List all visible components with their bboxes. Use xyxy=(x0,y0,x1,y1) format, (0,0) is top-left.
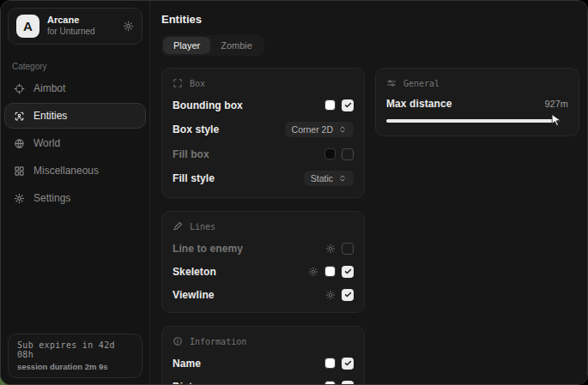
setting-label: Name xyxy=(173,358,201,370)
sub-expires-text: Sub expires in 42d 08h xyxy=(17,340,133,359)
setting-label: Viewline xyxy=(173,289,215,301)
box-corners-icon xyxy=(173,78,183,88)
page-title: Entities xyxy=(161,13,579,26)
setting-row-skeleton: Skeleton xyxy=(173,265,354,278)
box-style-dropdown[interactable]: Corner 2D xyxy=(285,122,354,137)
color-swatch[interactable] xyxy=(324,358,336,369)
setting-row-line-to-enemy: Line to enemy xyxy=(173,242,354,255)
entity-tabs: Player Zombie xyxy=(161,35,264,56)
lines-section: Lines Line to enemy Skeleton xyxy=(161,211,365,313)
information-section: Information Name Distance xyxy=(161,326,365,385)
sidebar: A Arcane for Unturned Category Aimbot xyxy=(1,1,150,384)
slider-fill[interactable] xyxy=(386,119,554,123)
tab-zombie[interactable]: Zombie xyxy=(210,37,263,54)
bounding-box-checkbox[interactable] xyxy=(342,99,354,111)
sidebar-item-label: Settings xyxy=(33,192,70,204)
mouse-cursor xyxy=(551,114,561,126)
app-logo: A xyxy=(16,15,39,38)
tab-player[interactable]: Player xyxy=(163,37,210,54)
fill-box-checkbox[interactable] xyxy=(342,148,354,160)
app-name: Arcane xyxy=(47,15,115,27)
setting-row-bounding-box: Bounding box xyxy=(173,99,354,111)
sidebar-item-label: Entities xyxy=(33,110,67,122)
category-label: Category xyxy=(12,62,149,71)
brand-card: A Arcane for Unturned xyxy=(8,8,142,45)
setting-label: Fill box xyxy=(173,148,209,160)
viewline-checkbox[interactable] xyxy=(342,289,354,301)
sidebar-item-label: World xyxy=(33,137,60,149)
setting-row-name: Name xyxy=(173,357,354,370)
setting-label: Line to enemy xyxy=(173,243,243,255)
pencil-line-icon xyxy=(173,221,183,232)
max-distance-slider[interactable] xyxy=(386,117,568,124)
chevron-up-down-icon xyxy=(338,174,347,183)
setting-label: Box style xyxy=(173,123,219,135)
setting-label: Distance xyxy=(173,381,216,385)
color-swatch[interactable] xyxy=(324,148,336,159)
dropdown-value: Corner 2D xyxy=(292,124,333,135)
app-subtitle: for Unturned xyxy=(47,27,115,38)
setting-row-fill-style: Fill style Static xyxy=(173,171,354,186)
sidebar-item-world[interactable]: World xyxy=(4,130,146,156)
info-icon xyxy=(173,336,183,346)
color-swatch[interactable] xyxy=(324,381,336,385)
setting-row-viewline: Viewline xyxy=(173,288,354,301)
section-title: Information xyxy=(190,337,246,346)
sidebar-item-settings[interactable]: Settings xyxy=(4,185,146,211)
color-swatch[interactable] xyxy=(324,266,336,277)
sidebar-nav: Aimbot Entities World Miscellaneous xyxy=(1,75,149,212)
sidebar-item-label: Miscellaneous xyxy=(33,165,99,177)
line-to-enemy-checkbox[interactable] xyxy=(342,243,354,255)
box-section: Box Bounding box Box style xyxy=(161,68,365,198)
color-swatch[interactable] xyxy=(324,99,336,111)
skeleton-gear-icon[interactable] xyxy=(308,267,318,277)
gear-icon xyxy=(14,193,25,204)
section-title: General xyxy=(403,79,439,88)
viewline-gear-icon[interactable] xyxy=(325,290,336,300)
grid-icon xyxy=(14,165,25,177)
crosshair-icon xyxy=(14,83,25,94)
name-checkbox[interactable] xyxy=(342,358,354,370)
setting-label: Fill style xyxy=(173,172,215,184)
settings-gear-icon[interactable] xyxy=(123,21,134,32)
setting-label: Bounding box xyxy=(173,99,243,111)
line-to-enemy-gear-icon[interactable] xyxy=(325,244,336,254)
distance-checkbox[interactable] xyxy=(342,381,354,385)
section-title: Box xyxy=(190,79,205,88)
fill-style-dropdown[interactable]: Static xyxy=(304,171,354,186)
sidebar-item-aimbot[interactable]: Aimbot xyxy=(4,75,146,101)
session-duration-text: session duration 2m 9s xyxy=(17,362,133,371)
setting-row-fill-box: Fill box xyxy=(173,147,354,160)
section-title: Lines xyxy=(190,222,215,232)
dropdown-value: Static xyxy=(311,173,333,183)
sidebar-item-label: Aimbot xyxy=(33,82,65,94)
globe-icon xyxy=(14,138,25,149)
main-panel: Entities Player Zombie Box Bounding box xyxy=(150,1,588,384)
setting-label: Skeleton xyxy=(173,266,216,278)
subscription-card: Sub expires in 42d 08h session duration … xyxy=(8,334,142,378)
sidebar-item-entities[interactable]: Entities xyxy=(4,103,146,129)
setting-row-box-style: Box style Corner 2D xyxy=(173,122,354,137)
setting-row-distance: Distance xyxy=(173,380,354,385)
general-section: General Max distance 927m xyxy=(375,68,579,136)
arcane-window: A Arcane for Unturned Category Aimbot xyxy=(0,0,588,385)
chevron-up-down-icon xyxy=(338,125,347,134)
sidebar-item-miscellaneous[interactable]: Miscellaneous xyxy=(4,158,146,183)
sliders-icon xyxy=(386,78,397,88)
max-distance-value: 927m xyxy=(544,99,568,109)
skeleton-checkbox[interactable] xyxy=(342,266,354,278)
setting-label: Max distance xyxy=(386,98,452,110)
scan-person-icon xyxy=(14,111,25,122)
